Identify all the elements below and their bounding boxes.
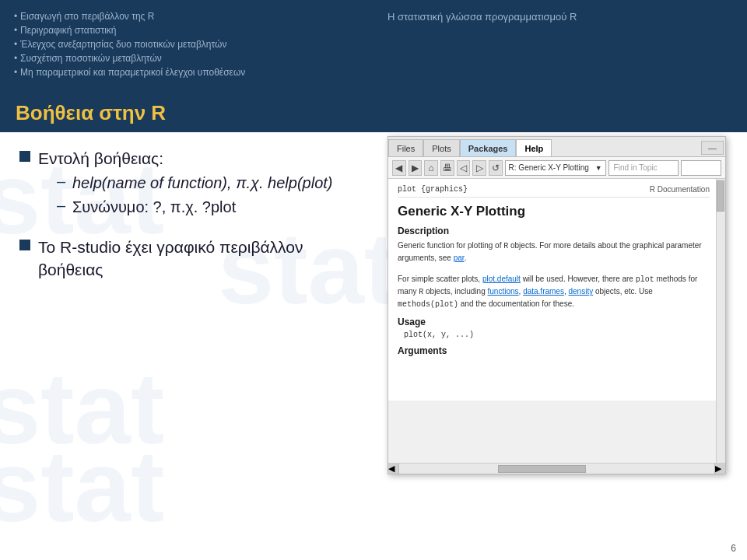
bullet-square-1	[19, 151, 30, 162]
sub-bullets-1: – help(name of function), π.χ. help(plot…	[57, 173, 333, 218]
prev-icon: ◁	[460, 163, 467, 173]
tab-help[interactable]: Help	[516, 139, 552, 156]
tab-packages[interactable]: Packages	[460, 139, 517, 156]
top-right-text: Η στατιστική γλώσσα προγραμματισμού R	[388, 9, 577, 25]
panel-close-button[interactable]: —	[701, 141, 724, 155]
section-title-bar: Βοήθεια στην R	[0, 93, 747, 132]
sub-text-1-1: help(name of function), π.χ. help(plot)	[72, 173, 333, 194]
panel-toolbar: ◀ ▶ ⌂ 🖶 ◁ ▷ ↺ R: Generic X-Y Plotting	[388, 157, 725, 179]
rstudio-help-panel: Files Plots Packages Help — ◀ ▶	[388, 136, 726, 474]
help-description-p1: Generic function for plotting of R objec…	[398, 240, 710, 264]
hscroll-right-arrow[interactable]: ▶	[714, 464, 725, 474]
horizontal-scrollbar-track	[410, 465, 703, 473]
nav-item-4: Συσχέτιση ποσοτικών μεταβλητών	[14, 51, 359, 65]
sub-bullet-1-1: – help(name of function), π.χ. help(plot…	[57, 173, 333, 194]
nav-item-2: Περιγραφική στατιστική	[14, 23, 359, 37]
print-icon: 🖶	[443, 163, 452, 173]
forward-icon: ▶	[412, 163, 419, 173]
tab-files[interactable]: Files	[388, 139, 423, 156]
help-header-line: plot {graphics} R Documentation	[398, 185, 710, 198]
slide: stat stat stat stat stat stat Εισαγωγή σ…	[0, 0, 747, 560]
section-title: Βοήθεια στην R	[16, 101, 166, 125]
help-function-signature: plot {graphics}	[398, 185, 468, 194]
refresh-icon: ↺	[492, 163, 500, 173]
help-r-documentation: R Documentation	[650, 185, 710, 194]
home-button[interactable]: ⌂	[424, 160, 438, 176]
nav-item-1: Εισαγωγή στο περιβάλλον της R	[14, 9, 359, 23]
nav-item-3: Έλεγχος ανεξαρτησίας δυο ποιοτικών μεταβ…	[14, 37, 359, 51]
sub-bullet-1-2: – Συνώνυμο: ?, π.χ. ?plot	[57, 197, 333, 218]
find-in-topic-input[interactable]: Find in Topic	[608, 160, 679, 176]
forward-button[interactable]: ▶	[409, 160, 423, 176]
topic-dropdown[interactable]: R: Generic X-Y Plotting ▼	[505, 160, 606, 176]
prev-button[interactable]: ◁	[457, 160, 471, 176]
bullet-square-2	[19, 240, 30, 250]
help-main-title: Generic X-Y Plotting	[398, 204, 710, 219]
next-button[interactable]: ▷	[472, 160, 486, 176]
vertical-scrollbar-thumb[interactable]	[717, 180, 724, 212]
help-description-p2: For simple scatter plots, plot.default w…	[398, 273, 710, 310]
slide-bottom: 6	[0, 521, 747, 560]
vertical-scrollbar-track[interactable]	[716, 179, 725, 463]
bullet-1: Εντολή βοήθειας: – help(name of function…	[19, 148, 354, 221]
horizontal-scrollbar-thumb[interactable]	[498, 465, 586, 473]
sub-text-1-2: Συνώνυμο: ?, π.χ. ?plot	[72, 197, 236, 218]
page-number: 6	[731, 543, 736, 554]
help-section-arguments: Arguments	[398, 345, 710, 356]
hscroll-left-arrow[interactable]: ◀	[388, 464, 399, 474]
main-content: Εντολή βοήθειας: – help(name of function…	[0, 132, 374, 529]
top-bar: Εισαγωγή στο περιβάλλον της R Περιγραφικ…	[0, 0, 747, 93]
dash-1: –	[57, 173, 68, 191]
nav-item-5: Μη παραμετρικοί και παραμετρικοί έλεγχοι…	[14, 65, 359, 79]
panel-content: plot {graphics} R Documentation Generic …	[388, 179, 725, 401]
horizontal-scrollbar: ◀ ▶	[388, 463, 725, 474]
tab-plots[interactable]: Plots	[423, 139, 459, 156]
bullet-2-text: Το R-studio έχει γραφικό περιβάλλον βοήθ…	[38, 236, 354, 281]
panel-content-area: plot {graphics} R Documentation Generic …	[388, 179, 725, 463]
home-icon: ⌂	[429, 163, 434, 173]
panel-tabs-bar: Files Plots Packages Help —	[388, 137, 725, 157]
bullet-2: Το R-studio έχει γραφικό περιβάλλον βοήθ…	[19, 236, 354, 281]
refresh-button[interactable]: ↺	[489, 160, 503, 176]
dash-2: –	[57, 197, 68, 215]
back-button[interactable]: ◀	[392, 160, 406, 176]
next-icon: ▷	[476, 163, 483, 173]
top-left-panel: Εισαγωγή στο περιβάλλον της R Περιγραφικ…	[0, 0, 374, 93]
help-section-description: Description	[398, 226, 710, 236]
print-button[interactable]: 🖶	[440, 160, 454, 176]
top-left-list: Εισαγωγή στο περιβάλλον της R Περιγραφικ…	[14, 9, 359, 79]
search-input[interactable]	[681, 160, 721, 176]
help-usage-code: plot(x, y, ...)	[404, 331, 710, 339]
help-section-usage: Usage	[398, 317, 710, 327]
back-icon: ◀	[395, 163, 402, 173]
bullet-1-text: Εντολή βοήθειας:	[38, 149, 163, 167]
chevron-down-icon: ▼	[595, 164, 602, 172]
top-right-panel: Η στατιστική γλώσσα προγραμματισμού R	[374, 0, 747, 93]
